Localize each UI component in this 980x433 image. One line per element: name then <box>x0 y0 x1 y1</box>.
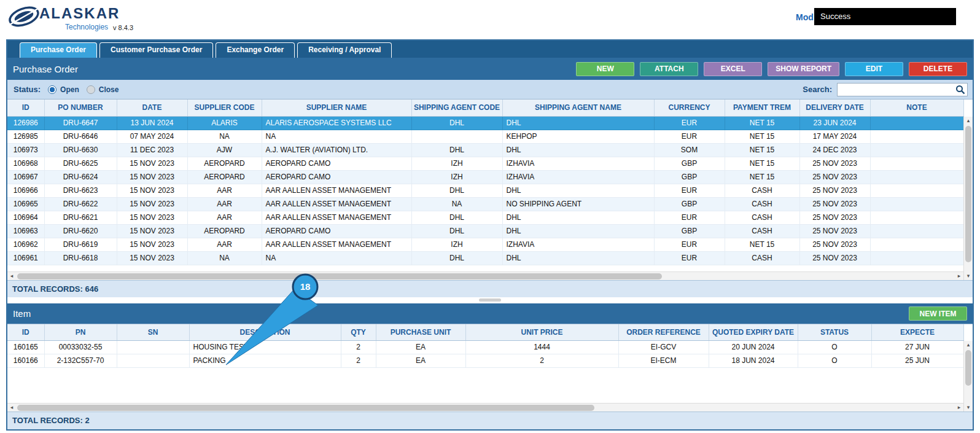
column-header-sn[interactable]: SN <box>117 324 189 340</box>
cell: DHL <box>502 184 654 197</box>
item-total-records: TOTAL RECORDS: 2 <box>7 412 973 429</box>
scroll-left-icon[interactable]: ◂ <box>7 404 16 412</box>
po-row[interactable]: 106961DRU-661815 NOV 2023NANADHLDHLEURCA… <box>7 251 963 265</box>
column-header-payment-trem[interactable]: PAYMENT TREM <box>725 99 799 116</box>
po-row[interactable]: 106965DRU-662215 NOV 2023AARAAR AALLEN A… <box>7 197 963 211</box>
column-header-shipping-agent-code[interactable]: SHIPPING AGENT CODE <box>411 99 502 116</box>
cell: 160166 <box>7 354 44 367</box>
radio-open-control[interactable] <box>48 85 56 94</box>
tab-exchange-order[interactable]: Exchange Order <box>216 42 295 58</box>
app-header: ALASKAR Technologies v 8.4.3 Mod Success <box>0 0 980 39</box>
cell: 106961 <box>7 251 44 265</box>
cell: IZH <box>411 238 502 251</box>
po-row[interactable]: 106968DRU-662515 NOV 2023AEROPARDAEROPAR… <box>7 157 963 170</box>
po-row[interactable]: 106962DRU-661915 NOV 2023AARAAR AALLEN A… <box>7 238 963 251</box>
po-row[interactable]: 126986DRU-664713 JUN 2024ALARISALARIS AE… <box>7 116 963 130</box>
column-header-order-reference[interactable]: ORDER REFERENCE <box>618 324 709 340</box>
column-header-supplier-name[interactable]: SUPPLIER NAME <box>262 99 411 116</box>
item-vscroll-thumb[interactable] <box>965 350 971 386</box>
cell: GBP <box>654 224 725 238</box>
scroll-right-icon[interactable]: ▸ <box>955 272 963 280</box>
column-header-currency[interactable]: CURRENCY <box>654 99 725 116</box>
cell: DHL <box>502 224 654 238</box>
column-header-note[interactable]: NOTE <box>870 99 963 116</box>
show-report-button[interactable]: SHOW REPORT <box>768 62 839 76</box>
po-total-records: TOTAL RECORDS: 646 <box>7 280 973 297</box>
scroll-right-icon[interactable]: ▸ <box>955 404 963 412</box>
splitter[interactable] <box>7 297 973 303</box>
logo-swoosh-icon <box>7 4 41 29</box>
po-row[interactable]: 106973DRU-663011 DEC 2023AJWA.J. WALTER … <box>7 143 963 157</box>
item-horizontal-scrollbar[interactable]: ◂ ▸ <box>7 403 963 412</box>
item-hscroll-thumb[interactable] <box>17 405 594 411</box>
radio-close-control[interactable] <box>87 85 95 94</box>
cell: AJW <box>187 143 262 157</box>
column-header-quoted-expiry-date[interactable]: QUOTED EXPIRY DATE <box>709 324 798 340</box>
cell: DHL <box>411 143 502 157</box>
po-vertical-scrollbar[interactable]: ▴ ▾ <box>963 117 973 280</box>
column-header-po-number[interactable]: PO NUMBER <box>44 99 117 116</box>
item-vertical-scrollbar[interactable]: ▴ ▾ <box>963 341 973 412</box>
po-vscroll-thumb[interactable] <box>965 126 971 262</box>
column-header-date[interactable]: DATE <box>117 99 187 116</box>
new-item-button[interactable]: NEW ITEM <box>909 306 967 321</box>
search-box[interactable] <box>837 83 968 96</box>
edit-button[interactable]: EDIT <box>845 62 903 76</box>
cell: DRU-6630 <box>44 143 117 157</box>
column-header-supplier-code[interactable]: SUPPLIER CODE <box>187 99 262 116</box>
column-header-delivery-date[interactable]: DELIVERY DATE <box>799 99 870 116</box>
column-header-id[interactable]: ID <box>7 99 44 116</box>
cell: 07 MAY 2024 <box>117 130 187 143</box>
po-horizontal-scrollbar[interactable]: ◂ ▸ <box>7 271 963 280</box>
scroll-down-icon[interactable]: ▾ <box>964 272 973 280</box>
column-header-purchase-unit[interactable]: PURCHASE UNIT <box>376 324 465 340</box>
new-button[interactable]: NEW <box>576 62 634 76</box>
column-header-shipping-agent-name[interactable]: SHIPPING AGENT NAME <box>502 99 654 116</box>
column-header-pn[interactable]: PN <box>44 324 117 340</box>
column-header-description[interactable]: DESCRIPTION <box>189 324 341 340</box>
cell: 25 NOV 2023 <box>799 197 870 211</box>
cell: EI-GCV <box>618 340 709 354</box>
tab-purchase-order[interactable]: Purchase Order <box>20 42 97 58</box>
scroll-up-icon[interactable]: ▴ <box>964 117 973 125</box>
cell: NO SHIPPING AGENT <box>502 197 654 211</box>
tab-receiving-approval[interactable]: Receiving / Approval <box>297 42 392 58</box>
search-icon[interactable] <box>955 85 965 95</box>
excel-button[interactable]: EXCEL <box>704 62 762 76</box>
cell: O <box>798 354 871 367</box>
delete-button[interactable]: DELETE <box>909 62 967 76</box>
po-row[interactable]: 106966DRU-662315 NOV 2023AARAAR AALLEN A… <box>7 184 963 197</box>
cell: NET 15 <box>725 170 799 184</box>
cell: 160165 <box>7 340 44 354</box>
column-header-id[interactable]: ID <box>7 324 44 340</box>
scroll-up-icon[interactable]: ▴ <box>964 341 973 349</box>
scroll-left-icon[interactable]: ◂ <box>7 272 16 280</box>
cell: 13 JUN 2024 <box>117 116 187 130</box>
po-row[interactable]: 106963DRU-662015 NOV 2023AEROPARDAEROPAR… <box>7 224 963 238</box>
item-row[interactable]: 1601662-132C557-70PACKING2EA2EI-ECM18 JU… <box>7 354 963 367</box>
cell <box>870 184 963 197</box>
column-header-qty[interactable]: QTY <box>341 324 376 340</box>
attach-button[interactable]: ATTACH <box>640 62 698 76</box>
main-panel: Purchase OrderCustomer Purchase OrderExc… <box>6 39 974 431</box>
column-header-expecte[interactable]: EXPECTE <box>871 324 963 340</box>
item-row[interactable]: 16016500033032-55HOUSING TEST2EA1444EI-G… <box>7 340 963 354</box>
column-header-status[interactable]: STATUS <box>798 324 871 340</box>
cell: NA <box>262 130 411 143</box>
search-input[interactable] <box>838 84 955 96</box>
cell: AAR AALLEN ASSET MANAGEMENT <box>262 197 411 211</box>
scroll-down-icon[interactable]: ▾ <box>964 404 973 412</box>
po-hscroll-thumb[interactable] <box>17 273 662 279</box>
cell: 25 NOV 2023 <box>799 184 870 197</box>
tab-customer-purchase-order[interactable]: Customer Purchase Order <box>99 42 213 58</box>
po-row[interactable]: 126985DRU-664607 MAY 2024NANAKEHPOPEURNE… <box>7 130 963 143</box>
po-section-header: Purchase Order NEWATTACHEXCELSHOW REPORT… <box>7 58 973 80</box>
cell: AEROPARD <box>187 157 262 170</box>
cell: DRU-6646 <box>44 130 117 143</box>
po-row[interactable]: 106967DRU-662415 NOV 2023AEROPARDAEROPAR… <box>7 170 963 184</box>
radio-open[interactable]: Open <box>48 85 79 94</box>
splitter-grip-icon[interactable] <box>479 298 501 302</box>
radio-close[interactable]: Close <box>87 85 119 94</box>
po-row[interactable]: 106964DRU-662115 NOV 2023AARAAR AALLEN A… <box>7 211 963 224</box>
column-header-unit-price[interactable]: UNIT PRICE <box>465 324 618 340</box>
